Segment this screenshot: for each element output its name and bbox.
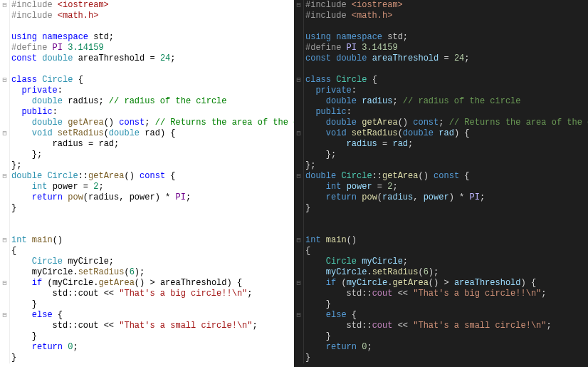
- code-line[interactable]: ⊟ void setRadius(double rad) {: [0, 128, 294, 139]
- code-text[interactable]: void setRadius(double rad) {: [304, 128, 588, 139]
- code-text[interactable]: [10, 64, 294, 75]
- code-line[interactable]: double getArea() const; // Returns the a…: [0, 118, 294, 128]
- code-text[interactable]: const double areaThreshold = 24;: [10, 53, 294, 64]
- code-text[interactable]: class Circle {: [10, 75, 294, 86]
- code-line[interactable]: #include <math.h>: [0, 11, 294, 21]
- code-text[interactable]: else {: [304, 310, 588, 321]
- code-text[interactable]: int power = 2;: [10, 182, 294, 192]
- code-line[interactable]: ⊟ else {: [0, 310, 294, 321]
- fold-gutter[interactable]: ⊟: [294, 278, 304, 289]
- code-line[interactable]: [294, 21, 588, 32]
- fold-gutter[interactable]: ⊟: [0, 128, 10, 139]
- code-text[interactable]: return pow(radius, power) * PI;: [10, 192, 294, 203]
- code-line[interactable]: [0, 64, 294, 75]
- code-line[interactable]: ⊟ if (myCircle.getArea() > areaThreshold…: [294, 278, 588, 289]
- code-text[interactable]: {: [304, 246, 588, 257]
- editor-pane-dark[interactable]: ⊟#include <iostream>#include <math.h> us…: [294, 0, 588, 367]
- code-line[interactable]: std::cout << "That's a small circle!\n";: [294, 321, 588, 331]
- code-text[interactable]: return 0;: [304, 342, 588, 353]
- code-line[interactable]: }: [294, 353, 588, 363]
- code-text[interactable]: double getArea() const; // Returns the a…: [10, 118, 294, 128]
- code-line[interactable]: }: [294, 299, 588, 310]
- code-line[interactable]: Circle myCircle;: [294, 257, 588, 267]
- fold-gutter[interactable]: ⊟: [0, 0, 10, 11]
- code-text[interactable]: const double areaThreshold = 24;: [304, 53, 588, 64]
- code-line[interactable]: ⊟ void setRadius(double rad) {: [294, 128, 588, 139]
- code-text[interactable]: int main(): [10, 235, 294, 246]
- code-text[interactable]: radius = rad;: [304, 139, 588, 150]
- code-line[interactable]: [0, 214, 294, 224]
- fold-gutter[interactable]: ⊟: [0, 171, 10, 182]
- code-line[interactable]: std::cout << "That's a small circle!\n";: [0, 321, 294, 331]
- code-line[interactable]: {: [294, 246, 588, 257]
- code-text[interactable]: double Circle::getArea() const {: [10, 171, 294, 182]
- code-text[interactable]: }: [10, 299, 294, 310]
- code-text[interactable]: using namespace std;: [10, 32, 294, 43]
- code-line[interactable]: }: [0, 353, 294, 363]
- code-line[interactable]: #include <math.h>: [294, 11, 588, 21]
- code-text[interactable]: }: [10, 203, 294, 214]
- fold-gutter[interactable]: ⊟: [0, 278, 10, 289]
- code-line[interactable]: return pow(radius, power) * PI;: [0, 192, 294, 203]
- code-line[interactable]: const double areaThreshold = 24;: [294, 53, 588, 64]
- code-line[interactable]: ⊟#include <iostream>: [0, 0, 294, 11]
- code-text[interactable]: if (myCircle.getArea() > areaThreshold) …: [10, 278, 294, 289]
- code-text[interactable]: Circle myCircle;: [10, 257, 294, 267]
- code-text[interactable]: };: [10, 150, 294, 160]
- code-line[interactable]: ⊟ if (myCircle.getArea() > areaThreshold…: [0, 278, 294, 289]
- code-line[interactable]: ⊟int main(): [294, 235, 588, 246]
- code-line[interactable]: public:: [0, 107, 294, 118]
- code-text[interactable]: int power = 2;: [304, 182, 588, 192]
- code-text[interactable]: std::cout << "That's a big circle!!\n";: [10, 289, 294, 299]
- code-line[interactable]: }: [0, 331, 294, 342]
- code-line[interactable]: };: [294, 160, 588, 171]
- code-text[interactable]: return 0;: [10, 342, 294, 353]
- code-line[interactable]: };: [0, 150, 294, 160]
- code-line[interactable]: [0, 21, 294, 32]
- code-text[interactable]: }: [304, 331, 588, 342]
- code-line[interactable]: double radius; // radius of the circle: [0, 96, 294, 107]
- code-text[interactable]: if (myCircle.getArea() > areaThreshold) …: [304, 278, 588, 289]
- code-line[interactable]: return 0;: [294, 342, 588, 353]
- code-line[interactable]: ⊟class Circle {: [0, 75, 294, 86]
- fold-gutter[interactable]: ⊟: [0, 235, 10, 246]
- code-text[interactable]: return pow(radius, power) * PI;: [304, 192, 588, 203]
- fold-gutter[interactable]: ⊟: [294, 0, 304, 11]
- code-line[interactable]: const double areaThreshold = 24;: [0, 53, 294, 64]
- code-text[interactable]: [10, 21, 294, 32]
- code-text[interactable]: private:: [10, 86, 294, 96]
- code-text[interactable]: public:: [304, 107, 588, 118]
- code-line[interactable]: [294, 214, 588, 224]
- code-line[interactable]: radius = rad;: [294, 139, 588, 150]
- code-text[interactable]: double Circle::getArea() const {: [304, 171, 588, 182]
- code-line[interactable]: double getArea() const; // Returns the a…: [294, 118, 588, 128]
- code-text[interactable]: [304, 21, 588, 32]
- code-line[interactable]: myCircle.setRadius(6);: [294, 267, 588, 278]
- code-text[interactable]: [304, 64, 588, 75]
- code-line[interactable]: int power = 2;: [294, 182, 588, 192]
- code-line[interactable]: using namespace std;: [0, 32, 294, 43]
- fold-gutter[interactable]: ⊟: [294, 171, 304, 182]
- code-line[interactable]: }: [294, 203, 588, 214]
- code-text[interactable]: [10, 214, 294, 224]
- code-line[interactable]: ⊟double Circle::getArea() const {: [0, 171, 294, 182]
- fold-gutter[interactable]: ⊟: [0, 310, 10, 321]
- code-line[interactable]: double radius; // radius of the circle: [294, 96, 588, 107]
- code-text[interactable]: private:: [304, 86, 588, 96]
- code-text[interactable]: void setRadius(double rad) {: [10, 128, 294, 139]
- code-text[interactable]: double radius; // radius of the circle: [304, 96, 588, 107]
- code-text[interactable]: };: [304, 160, 588, 171]
- code-text[interactable]: double getArea() const; // Returns the a…: [304, 118, 588, 128]
- code-line[interactable]: }: [0, 299, 294, 310]
- code-line[interactable]: std::cout << "That's a big circle!!\n";: [294, 289, 588, 299]
- code-line[interactable]: Circle myCircle;: [0, 257, 294, 267]
- code-line[interactable]: };: [294, 150, 588, 160]
- code-text[interactable]: #include <math.h>: [10, 11, 294, 21]
- code-text[interactable]: else {: [10, 310, 294, 321]
- code-line[interactable]: int power = 2;: [0, 182, 294, 192]
- fold-gutter[interactable]: ⊟: [294, 310, 304, 321]
- code-line[interactable]: myCircle.setRadius(6);: [0, 267, 294, 278]
- code-line[interactable]: #define PI 3.14159: [294, 43, 588, 53]
- code-text[interactable]: }: [304, 203, 588, 214]
- code-text[interactable]: class Circle {: [304, 75, 588, 86]
